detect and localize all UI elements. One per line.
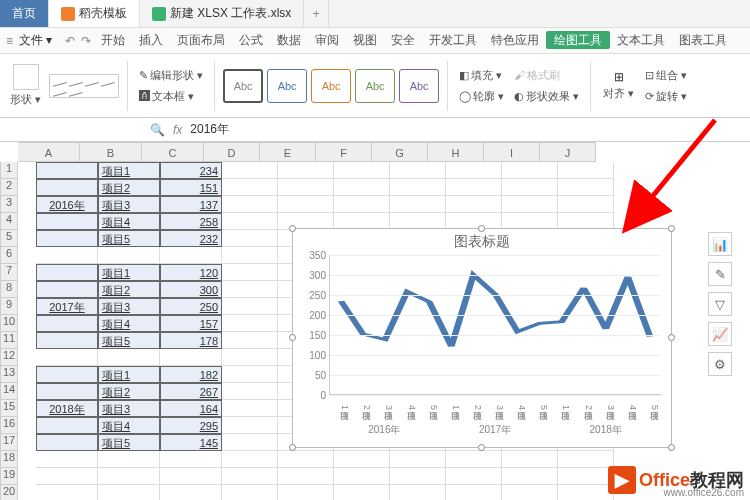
shapes-gallery-icon[interactable]: [13, 64, 39, 90]
ribbon: 形状 ▾ ✎ 编辑形状 ▾ 🅰 文本框 ▾ Abc Abc Abc Abc Ab…: [0, 54, 750, 118]
chart-filter-icon[interactable]: ▽: [708, 292, 732, 316]
resize-handle[interactable]: [289, 444, 296, 451]
resize-handle[interactable]: [668, 444, 675, 451]
tab-file[interactable]: 新建 XLSX 工作表.xlsx: [140, 0, 304, 27]
template-icon: [61, 7, 75, 21]
menu-绘图工具[interactable]: 绘图工具: [546, 31, 610, 49]
menu-公式[interactable]: 公式: [232, 33, 270, 47]
chart[interactable]: 图表标题 050100150200250300350 项目1项目2项目3项目4项…: [292, 228, 672, 448]
group-button[interactable]: ⊡ 组合 ▾: [642, 67, 690, 84]
watermark-url: www.office26.com: [664, 487, 744, 498]
tab-template[interactable]: 稻壳模板: [49, 0, 140, 27]
chart-style-icon[interactable]: ✎: [708, 262, 732, 286]
plot-area[interactable]: 050100150200250300350: [329, 255, 661, 395]
office-icon: ▶: [608, 466, 636, 494]
menu-bar: ≡ 文件 ▾ ↶ ↷ 开始插入页面布局公式数据审阅视图安全开发工具特色应用绘图工…: [0, 28, 750, 54]
resize-handle[interactable]: [668, 334, 675, 341]
shape-button[interactable]: 形状 ▾: [10, 92, 41, 107]
column-headers[interactable]: ABCDEFGHIJ: [18, 142, 750, 162]
chart-settings-icon[interactable]: ⚙: [708, 352, 732, 376]
undo-icon[interactable]: ↶: [65, 34, 75, 48]
style-preset-2[interactable]: Abc: [267, 69, 307, 103]
tab-new[interactable]: +: [304, 0, 329, 27]
tab-home[interactable]: 首页: [0, 0, 49, 27]
menu-视图[interactable]: 视图: [346, 33, 384, 47]
style-preset-1[interactable]: Abc: [223, 69, 263, 103]
textbox-button[interactable]: 🅰 文本框 ▾: [136, 88, 206, 105]
resize-handle[interactable]: [478, 225, 485, 232]
chart-elements-icon[interactable]: 📊: [708, 232, 732, 256]
zoom-icon[interactable]: 🔍: [150, 123, 165, 137]
style-preset-5[interactable]: Abc: [399, 69, 439, 103]
menu-开发工具[interactable]: 开发工具: [422, 33, 484, 47]
redo-icon[interactable]: ↷: [81, 34, 91, 48]
edit-shape-button[interactable]: ✎ 编辑形状 ▾: [136, 67, 206, 84]
menu-安全[interactable]: 安全: [384, 33, 422, 47]
resize-handle[interactable]: [668, 225, 675, 232]
resize-handle[interactable]: [289, 225, 296, 232]
menu-开始[interactable]: 开始: [94, 33, 132, 47]
xlsx-icon: [152, 7, 166, 21]
resize-handle[interactable]: [289, 334, 296, 341]
menu-特色应用[interactable]: 特色应用: [484, 33, 546, 47]
chart-side-buttons: 📊 ✎ ▽ 📈 ⚙: [708, 232, 732, 376]
document-tabs: 首页 稻壳模板 新建 XLSX 工作表.xlsx +: [0, 0, 750, 28]
chart-type-icon[interactable]: 📈: [708, 322, 732, 346]
chart-title[interactable]: 图表标题: [293, 229, 671, 255]
align-button[interactable]: 对齐 ▾: [603, 86, 634, 101]
menu-页面布局[interactable]: 页面布局: [170, 33, 232, 47]
row-headers[interactable]: 12345678910111213141516171819202122: [0, 162, 18, 500]
line-styles[interactable]: [49, 74, 119, 98]
x-axis: 项目1项目2项目3项目4项目52016年项目1项目2项目3项目4项目52017年…: [329, 395, 661, 435]
menu-icon[interactable]: ≡: [6, 34, 13, 48]
menu-图表工具[interactable]: 图表工具: [672, 33, 734, 47]
fx-label: fx: [173, 123, 182, 137]
shape-effect-button[interactable]: ◐ 形状效果 ▾: [511, 88, 582, 105]
formula-value[interactable]: 2016年: [190, 121, 229, 138]
menu-数据[interactable]: 数据: [270, 33, 308, 47]
file-menu[interactable]: 文件 ▾: [19, 32, 52, 49]
style-preset-3[interactable]: Abc: [311, 69, 351, 103]
fill-button[interactable]: ◧ 填充 ▾: [456, 67, 507, 84]
resize-handle[interactable]: [478, 444, 485, 451]
menu-插入[interactable]: 插入: [132, 33, 170, 47]
rotate-button[interactable]: ⟳ 旋转 ▾: [642, 88, 690, 105]
formula-bar: 🔍 fx 2016年: [0, 118, 750, 142]
menu-文本工具[interactable]: 文本工具: [610, 33, 672, 47]
align-icon[interactable]: ⊞: [614, 70, 624, 84]
format-painter-button[interactable]: 🖌 格式刷: [511, 67, 582, 84]
menu-审阅[interactable]: 审阅: [308, 33, 346, 47]
outline-button[interactable]: ◯ 轮廓 ▾: [456, 88, 507, 105]
style-preset-4[interactable]: Abc: [355, 69, 395, 103]
